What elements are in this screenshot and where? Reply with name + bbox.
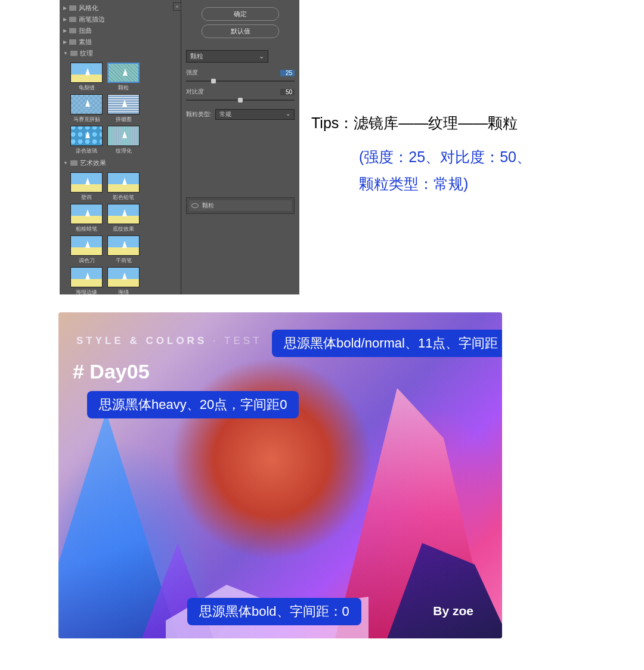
slider-track[interactable]	[186, 80, 295, 82]
filter-thumb[interactable]: 底纹效果	[107, 204, 140, 233]
slider-label: 强度	[186, 69, 198, 77]
artwork-day: # Day05	[73, 360, 150, 383]
category-label: 艺术效果	[80, 159, 106, 168]
thumb-label: 染色玻璃	[70, 147, 103, 155]
tips-text: Tips：滤镜库——纹理——颗粒 (强度：25、对比度：50、 颗粒类型：常规)	[311, 0, 584, 197]
thumb-preview	[70, 126, 103, 146]
collapse-icon: ▼	[63, 160, 68, 166]
thumb-label: 干画笔	[107, 257, 140, 265]
tips-line2: (强度：25、对比度：50、	[311, 144, 584, 170]
filter-thumb[interactable]: 纹理化	[107, 126, 140, 155]
title-bold: STYLE & COLORS	[76, 335, 207, 346]
artwork-title: STYLE & COLORS · TEST	[76, 335, 262, 347]
thumb-preview	[70, 63, 103, 83]
thumb-label: 龟裂缝	[70, 84, 103, 92]
type-value: 常规	[219, 110, 231, 119]
effect-layers: 颗粒	[186, 197, 295, 214]
chevron-down-icon: ⌄	[286, 110, 290, 119]
filter-gallery-panel: ▶ 风格化 ▶ 画笔描边 ▶ 扭曲 ▶ 素描 ▼ 纹理	[60, 0, 299, 294]
thumb-preview	[107, 63, 140, 83]
filter-thumb[interactable]: 彩色铅笔	[107, 172, 140, 201]
slider-track[interactable]	[186, 100, 295, 101]
filter-thumb[interactable]: 拼缀图	[107, 94, 140, 123]
thumb-preview	[107, 267, 140, 287]
layer-name: 颗粒	[202, 201, 214, 210]
title-thin: · TEST	[213, 335, 262, 346]
slider-thumb[interactable]	[211, 79, 216, 83]
expand-icon: ▶	[63, 17, 67, 22]
expand-icon: ▶	[63, 39, 67, 45]
thumb-preview	[70, 235, 103, 256]
callout-byline-font: 思源黑体bold、字间距：0	[187, 598, 361, 625]
thumb-label: 彩色铅笔	[107, 194, 140, 201]
folder-icon	[70, 51, 78, 56]
thumb-preview	[70, 94, 103, 114]
thumb-preview	[107, 94, 140, 114]
callout-title-font: 思源黑体bold/normal、11点、字间距：240	[272, 330, 502, 357]
effect-layer-row[interactable]: 颗粒	[189, 200, 292, 211]
filter-thumb[interactable]: 马赛克拼贴	[70, 94, 103, 123]
thumb-label: 马赛克拼贴	[70, 116, 103, 123]
visibility-icon[interactable]	[191, 203, 199, 208]
category-artistic[interactable]: ▼ 艺术效果	[63, 157, 177, 169]
category-texture[interactable]: ▼ 纹理	[63, 48, 177, 59]
contrast-value[interactable]: 50	[280, 89, 295, 95]
chevron-down-icon: ⌄	[259, 52, 264, 60]
collapse-button[interactable]: «	[173, 2, 181, 11]
thumb-preview	[107, 204, 140, 224]
category-sketch[interactable]: ▶ 素描	[63, 36, 177, 48]
thumb-label: 海绵	[107, 289, 140, 294]
filter-thumb[interactable]: 粗糙蜡笔	[70, 204, 103, 233]
filter-thumb[interactable]: 龟裂缝	[70, 63, 103, 92]
grain-type-row: 颗粒类型: 常规 ⌄	[186, 109, 295, 120]
ok-button[interactable]: 确定	[202, 7, 279, 21]
filter-thumb[interactable]: 海报边缘	[70, 267, 103, 294]
callout-day-font: 思源黑体heavy、20点，字间距0	[87, 391, 299, 418]
thumb-preview	[70, 172, 103, 193]
thumb-label: 拼缀图	[107, 116, 140, 123]
thumb-preview	[70, 267, 103, 287]
thumb-preview	[107, 172, 140, 193]
grain-type-dropdown[interactable]: 常规 ⌄	[215, 109, 295, 120]
contrast-slider: 对比度 50	[186, 88, 295, 101]
filter-thumb[interactable]: 颗粒	[107, 63, 140, 92]
artistic-thumbnails: 壁画彩色铅笔粗糙蜡笔底纹效果调色刀干画笔海报边缘海绵绘画涂抹胶片颗粒木刻霓虹灯光…	[63, 169, 177, 294]
tips-line1: Tips：滤镜库——纹理——颗粒	[311, 113, 584, 133]
filter-thumb[interactable]: 染色玻璃	[70, 126, 103, 155]
category-label: 扭曲	[79, 26, 92, 35]
thumb-preview	[107, 126, 140, 146]
category-distort[interactable]: ▶ 扭曲	[63, 25, 177, 36]
filter-name: 颗粒	[190, 52, 203, 61]
filter-thumb[interactable]: 干画笔	[107, 235, 140, 265]
thumb-label: 底纹效果	[107, 225, 140, 233]
folder-icon	[69, 5, 76, 11]
thumb-preview	[107, 235, 140, 256]
thumb-label: 调色刀	[70, 257, 103, 265]
filter-thumb[interactable]: 海绵	[107, 267, 140, 294]
type-label: 颗粒类型:	[186, 110, 212, 119]
folder-icon	[69, 17, 76, 22]
filter-dropdown[interactable]: 颗粒 ⌄	[186, 50, 268, 63]
filter-thumb[interactable]: 调色刀	[70, 235, 103, 265]
default-button[interactable]: 默认值	[202, 24, 279, 38]
category-label: 纹理	[80, 49, 93, 58]
slider-label: 对比度	[186, 88, 204, 96]
thumb-preview	[70, 204, 103, 224]
category-label: 风格化	[79, 4, 98, 13]
category-stylize[interactable]: ▶ 风格化	[63, 2, 177, 14]
slider-thumb[interactable]	[238, 98, 243, 103]
thumb-label: 粗糙蜡笔	[70, 225, 103, 233]
expand-icon: ▶	[63, 5, 67, 11]
collapse-icon: ▼	[63, 51, 68, 56]
thumb-label: 颗粒	[107, 84, 140, 92]
folder-icon	[70, 160, 78, 166]
thumb-label: 纹理化	[107, 147, 140, 155]
category-label: 素描	[79, 38, 92, 46]
intensity-slider: 强度 25	[186, 69, 295, 82]
filter-thumb[interactable]: 壁画	[70, 172, 103, 201]
artwork-byline: By zoe	[433, 604, 473, 618]
category-brush-strokes[interactable]: ▶ 画笔描边	[63, 14, 177, 25]
expand-icon: ▶	[63, 28, 67, 33]
tips-line3: 颗粒类型：常规)	[311, 170, 584, 197]
intensity-value[interactable]: 25	[280, 70, 295, 76]
